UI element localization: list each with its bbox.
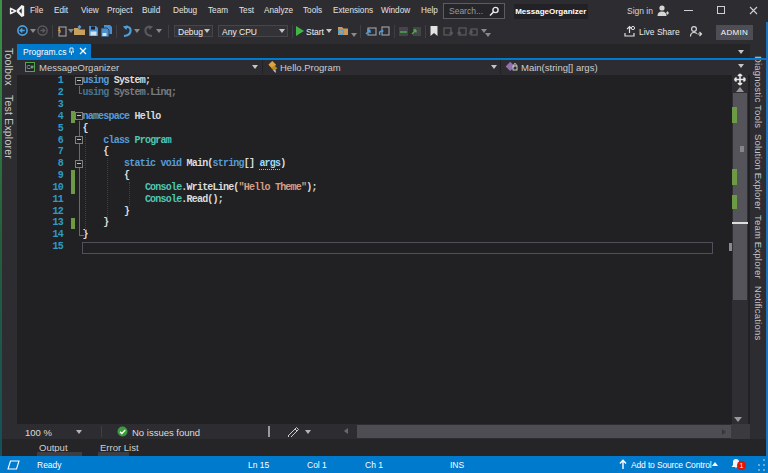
svg-text:C#: C# (26, 64, 34, 70)
